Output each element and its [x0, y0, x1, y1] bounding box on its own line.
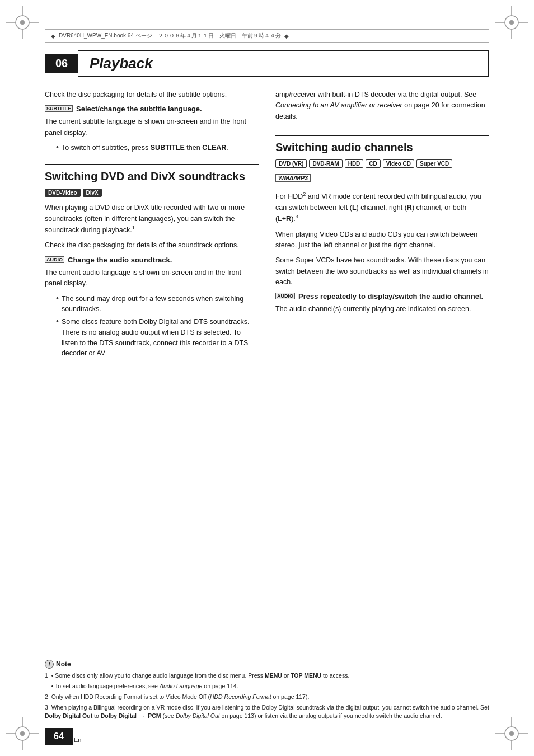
disc-tag-divx: DivX	[83, 189, 102, 197]
note-line-1: 1 • Some discs only allow you to change …	[45, 672, 489, 680]
note-line-3: 2 Only when HDD Recording Format is set …	[45, 693, 489, 702]
section1-para2: Check the disc packaging for details of …	[45, 240, 259, 251]
audio-action-heading: Change the audio soundtrack.	[68, 256, 172, 264]
note-header: i Note	[45, 660, 489, 669]
audio-press-body: The audio channel(s) currently playing a…	[275, 304, 489, 314]
bullet-dot: •	[56, 142, 59, 153]
sound-drop-bullet: • The sound may drop out for a few secon…	[56, 294, 259, 315]
note-section: i Note 1 • Some discs only allow you to …	[45, 656, 489, 722]
disc-tag-dvd-video: DVD-Video	[45, 189, 81, 197]
footnote-3: 3	[296, 214, 298, 219]
section1-heading: Switching DVD and DivX soundtracks	[45, 170, 259, 183]
chapter-title: Playback	[78, 50, 489, 77]
right-intro-text: amp/receiver with built-in DTS decoder v…	[275, 90, 489, 122]
audio-action-body: The current audio language is shown on-s…	[45, 267, 259, 289]
main-content: Check the disc packaging for details of …	[45, 81, 489, 711]
section2-para2: When playing Video CDs and audio CDs you…	[275, 229, 489, 251]
left-column: Check the disc packaging for details of …	[45, 81, 259, 711]
disc-tag-supervcd: Super VCD	[416, 159, 452, 168]
corner-decoration-tr	[495, 6, 528, 39]
right-column: amp/receiver with built-in DTS decoder v…	[275, 81, 489, 711]
subtitle-body: The current subtitle language is shown o…	[45, 116, 259, 138]
dolby-dts-bullet: • Some discs feature both Dolby Digital …	[56, 317, 259, 359]
audio-press-heading: Press repeatedly to display/switch the a…	[298, 292, 483, 300]
note-label: Note	[56, 660, 71, 668]
svg-point-7	[509, 20, 514, 25]
wma-mp3-label: WMA/MP3	[275, 174, 311, 182]
audio-btn-icon: AUDIO	[45, 256, 64, 263]
chapter-number: 06	[45, 54, 78, 73]
audio-press-icon: AUDIO	[275, 293, 295, 299]
disc-tag-dvd-ram: DVD-RAM	[309, 159, 342, 168]
diamond-icon-right: ◆	[284, 33, 289, 39]
audio-change-bullet: AUDIO Change the audio soundtrack.	[45, 256, 259, 264]
subtitle-bullet: SUBTITLE Select/change the subtitle lang…	[45, 105, 259, 113]
section2-heading: Switching audio channels	[275, 140, 489, 154]
footnote-2: 2	[303, 191, 306, 197]
wma-mp3-tag: WMA/MP3	[275, 173, 489, 186]
page-number: 64	[54, 731, 64, 741]
file-info-bar: ◆ DVR640H_WPW_EN.book 64 ページ ２００６年４月１１日 …	[45, 29, 489, 43]
chapter-header: 06 Playback	[45, 50, 489, 77]
audio-btn: AUDIO	[45, 256, 64, 263]
sound-drop-text: The sound may drop out for a few seconds…	[62, 294, 259, 315]
section1-disc-tags: DVD-Video DivX	[45, 189, 259, 197]
bullet-dot2: •	[56, 293, 59, 304]
note-icon: i	[45, 660, 54, 669]
subtitle-heading: Select/change the subtitle language.	[76, 105, 202, 113]
section2-para3: Some Super VCDs have two soundtracks. Wi…	[275, 255, 489, 288]
disc-tag-dvd-vr: DVD (VR)	[275, 159, 307, 168]
subtitle-icon: SUBTITLE	[45, 105, 73, 112]
audio-press-btn: AUDIO	[275, 293, 295, 299]
section1-divider	[45, 164, 259, 165]
subtitle-clear-text: To switch off subtitles, press SUBTITLE …	[62, 143, 228, 153]
note-line-2: • To set audio language preferences, see…	[45, 682, 489, 691]
note-text: 1 • Some discs only allow you to change …	[45, 672, 489, 721]
section1-para1: When playing a DVD disc or DivX title re…	[45, 203, 259, 236]
bullet-dot3: •	[56, 316, 59, 327]
section2-disc-tags: DVD (VR) DVD-RAM HDD CD Video CD Super V…	[275, 159, 489, 168]
corner-decoration-tl	[6, 6, 39, 39]
subtitle-btn-icon: SUBTITLE	[45, 105, 73, 112]
section2-divider	[275, 135, 489, 136]
svg-point-1	[20, 20, 25, 25]
dolby-dts-text: Some discs feature both Dolby Digital an…	[62, 317, 259, 359]
file-info-text: DVR640H_WPW_EN.book 64 ページ ２００６年４月１１日 火曜…	[59, 32, 281, 40]
disc-tag-videocd: Video CD	[383, 159, 414, 168]
audio-press-bullet: AUDIO Press repeatedly to display/switch…	[275, 292, 489, 300]
disc-tag-cd: CD	[366, 159, 380, 168]
corner-decoration-bl	[6, 717, 39, 750]
svg-point-19	[509, 731, 514, 736]
subtitle-clear-bullet: • To switch off subtitles, press SUBTITL…	[56, 143, 259, 153]
disc-tag-hdd: HDD	[345, 159, 364, 168]
diamond-icon: ◆	[51, 33, 55, 39]
note-line-4: 3 When playing a Bilingual recording on …	[45, 703, 489, 721]
intro-text: Check the disc packaging for details of …	[45, 90, 259, 100]
footnote-1: 1	[132, 225, 135, 231]
subtitle-action-text: Select/change the subtitle language.	[76, 105, 202, 113]
section2-para1: For HDD2 and VR mode content recorded wi…	[275, 191, 489, 224]
svg-point-13	[20, 731, 25, 736]
corner-decoration-br	[495, 717, 528, 750]
page-number-box: 64	[45, 728, 73, 745]
page-lang: En	[74, 736, 81, 743]
